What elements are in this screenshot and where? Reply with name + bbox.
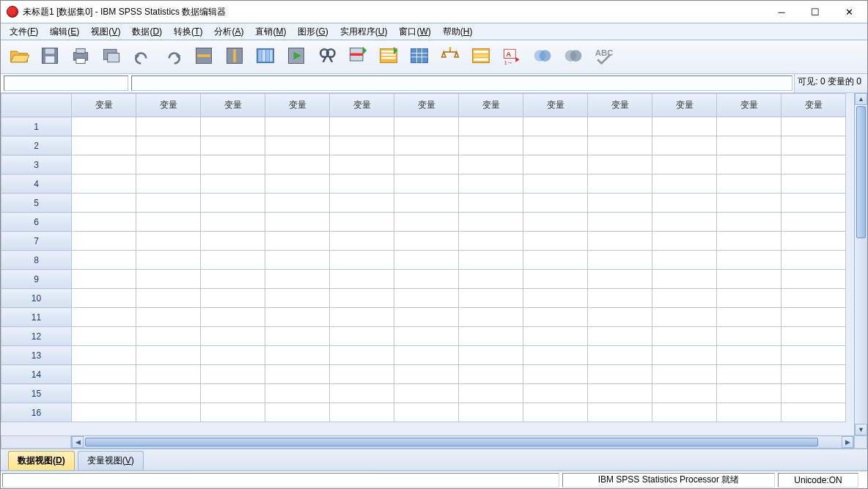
row-header[interactable]: 2 xyxy=(1,136,72,155)
data-cell[interactable] xyxy=(201,174,265,194)
data-cell[interactable] xyxy=(136,384,201,403)
data-cell[interactable] xyxy=(265,365,330,384)
data-cell[interactable] xyxy=(781,194,846,213)
data-cell[interactable] xyxy=(201,155,265,174)
data-cell[interactable] xyxy=(459,155,523,174)
data-cell[interactable] xyxy=(588,327,652,346)
data-cell[interactable] xyxy=(394,346,459,365)
data-cell[interactable] xyxy=(459,251,523,270)
data-cell[interactable] xyxy=(201,213,265,232)
column-header[interactable]: 变量 xyxy=(330,94,394,117)
data-cell[interactable] xyxy=(652,403,717,422)
data-cell[interactable] xyxy=(652,213,717,232)
data-cell[interactable] xyxy=(459,194,523,213)
data-cell[interactable] xyxy=(265,308,330,327)
data-cell[interactable] xyxy=(717,365,781,384)
data-cell[interactable] xyxy=(394,155,459,174)
data-cell[interactable] xyxy=(72,384,136,403)
data-cell[interactable] xyxy=(201,308,265,327)
data-cell[interactable] xyxy=(523,136,588,155)
row-header[interactable]: 10 xyxy=(1,289,72,308)
data-cell[interactable] xyxy=(652,232,717,251)
menu-m[interactable]: 直销(M) xyxy=(249,24,292,40)
data-cell[interactable] xyxy=(781,346,846,365)
data-cell[interactable] xyxy=(717,155,781,174)
data-cell[interactable] xyxy=(330,174,394,194)
close-button[interactable]: ✕ xyxy=(832,1,866,23)
data-cell[interactable] xyxy=(394,289,459,308)
data-cell[interactable] xyxy=(394,213,459,232)
scroll-left-icon[interactable]: ◀ xyxy=(72,436,84,448)
data-cell[interactable] xyxy=(136,346,201,365)
data-cell[interactable] xyxy=(717,213,781,232)
data-cell[interactable] xyxy=(394,194,459,213)
data-cell[interactable] xyxy=(588,232,652,251)
data-cell[interactable] xyxy=(265,251,330,270)
data-cell[interactable] xyxy=(136,136,201,155)
undo-button[interactable] xyxy=(128,43,156,71)
row-header[interactable]: 13 xyxy=(1,346,72,365)
value-labels-button[interactable]: A1→ xyxy=(498,43,526,71)
data-cell[interactable] xyxy=(652,270,717,289)
data-cell[interactable] xyxy=(394,270,459,289)
data-cell[interactable] xyxy=(201,232,265,251)
data-cell[interactable] xyxy=(523,365,588,384)
variables-button[interactable] xyxy=(251,43,279,71)
split-file-button[interactable] xyxy=(405,43,433,71)
menu-v[interactable]: 视图(V) xyxy=(85,24,126,40)
data-cell[interactable] xyxy=(523,194,588,213)
data-cell[interactable] xyxy=(459,403,523,422)
data-cell[interactable] xyxy=(588,289,652,308)
data-cell[interactable] xyxy=(330,289,394,308)
data-cell[interactable] xyxy=(330,251,394,270)
data-cell[interactable] xyxy=(72,194,136,213)
menu-g[interactable]: 图形(G) xyxy=(292,24,334,40)
data-cell[interactable] xyxy=(459,346,523,365)
data-cell[interactable] xyxy=(394,384,459,403)
data-cell[interactable] xyxy=(72,365,136,384)
column-header[interactable]: 变量 xyxy=(265,94,330,117)
menu-f[interactable]: 文件(F) xyxy=(4,24,44,40)
data-cell[interactable] xyxy=(330,117,394,136)
data-cell[interactable] xyxy=(330,365,394,384)
data-cell[interactable] xyxy=(459,365,523,384)
data-cell[interactable] xyxy=(459,213,523,232)
data-cell[interactable] xyxy=(136,194,201,213)
data-cell[interactable] xyxy=(265,136,330,155)
data-cell[interactable] xyxy=(459,289,523,308)
data-cell[interactable] xyxy=(72,155,136,174)
data-cell[interactable] xyxy=(459,117,523,136)
row-header[interactable]: 9 xyxy=(1,270,72,289)
goto-case-button[interactable] xyxy=(190,43,218,71)
data-cell[interactable] xyxy=(72,117,136,136)
vertical-scroll-thumb[interactable] xyxy=(856,106,866,238)
data-cell[interactable] xyxy=(717,251,781,270)
cell-address-box[interactable] xyxy=(4,76,128,91)
data-cell[interactable] xyxy=(717,232,781,251)
data-cell[interactable] xyxy=(330,155,394,174)
column-header[interactable]: 变量 xyxy=(652,94,717,117)
data-cell[interactable] xyxy=(72,346,136,365)
data-cell[interactable] xyxy=(652,327,717,346)
data-cell[interactable] xyxy=(136,270,201,289)
data-cell[interactable] xyxy=(265,384,330,403)
data-cell[interactable] xyxy=(330,213,394,232)
menu-a[interactable]: 分析(A) xyxy=(208,24,249,40)
data-cell[interactable] xyxy=(588,270,652,289)
data-cell[interactable] xyxy=(201,117,265,136)
data-cell[interactable] xyxy=(781,384,846,403)
data-cell[interactable] xyxy=(781,213,846,232)
data-cell[interactable] xyxy=(717,308,781,327)
data-cell[interactable] xyxy=(136,308,201,327)
data-cell[interactable] xyxy=(459,384,523,403)
menu-u[interactable]: 实用程序(U) xyxy=(334,24,394,40)
data-cell[interactable] xyxy=(588,136,652,155)
data-cell[interactable] xyxy=(523,251,588,270)
find-button[interactable] xyxy=(313,43,341,71)
weight-cases-button[interactable] xyxy=(436,43,464,71)
data-cell[interactable] xyxy=(201,136,265,155)
data-cell[interactable] xyxy=(72,403,136,422)
insert-variable-button[interactable] xyxy=(375,43,402,71)
tab-variable-view[interactable]: 变量视图(V) xyxy=(78,451,144,470)
data-cell[interactable] xyxy=(72,213,136,232)
